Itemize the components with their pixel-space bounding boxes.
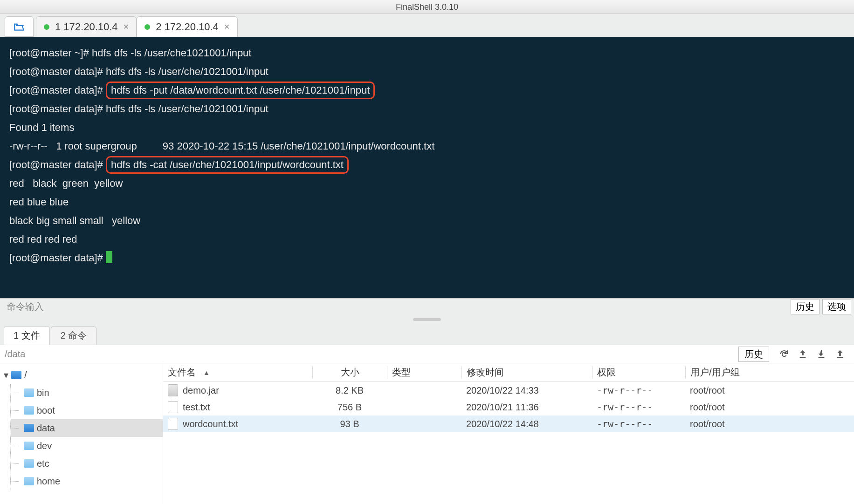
sort-asc-icon: ▲ [203,369,210,376]
options-button[interactable]: 选项 [822,299,851,314]
close-icon[interactable]: × [124,21,129,32]
tab-commands[interactable]: 2 命令 [51,326,97,345]
col-date[interactable]: 修改时间 [461,366,592,379]
file-user: root/root [685,419,854,429]
file-name: demo.jar [183,385,219,396]
close-icon[interactable]: × [224,21,230,32]
split-drag-handle[interactable] [0,315,854,324]
connection-tab-bar: 1 172.20.10.4 × 2 172.20.10.4 × [0,14,854,37]
conn-tab-label: 2 172.20.10.4 [156,21,219,33]
file-name: test.txt [183,402,210,413]
command-input-row: 命令输入 历史 选项 [0,298,854,315]
folder-icon [24,424,34,432]
conn-tab-label: 1 172.20.10.4 [55,21,118,33]
folder-icon [11,371,21,379]
file-size: 756 B [312,402,387,413]
tree-item[interactable]: etc [11,455,163,472]
col-perm[interactable]: 权限 [592,366,685,379]
tree-item[interactable]: data [11,419,163,437]
conn-tab-2[interactable]: 2 172.20.10.4 × [137,16,237,37]
tree-label: / [24,370,27,381]
window-title: FinalShell 3.0.10 [0,0,854,14]
file-perm: -rw-r--r-- [592,385,685,396]
tree-item[interactable]: boot [11,402,163,419]
tree-label: home [37,476,60,487]
file-icon [168,401,178,413]
tree-item[interactable]: dev [11,437,163,455]
status-dot-icon [145,24,150,30]
refresh-icon[interactable] [778,347,791,361]
col-user[interactable]: 用户/用户组 [685,366,854,379]
file-user: root/root [685,402,854,413]
file-row[interactable]: test.txt756 B2020/10/21 11:36-rw-r--r--r… [163,399,854,415]
file-list-header[interactable]: 文件名▲ 大小 类型 修改时间 权限 用户/用户组 [163,363,854,382]
file-row[interactable]: demo.jar8.2 KB2020/10/22 14:33-rw-r--r--… [163,382,854,399]
col-size[interactable]: 大小 [312,366,387,379]
file-icon [168,384,178,396]
file-date: 2020/10/22 14:33 [461,385,592,396]
folder-icon [24,388,34,397]
tree-label: boot [37,405,55,416]
tree-label: bin [37,388,49,398]
tree-label: etc [37,458,49,469]
download-icon[interactable] [815,347,828,361]
bottom-panel-tabs: 1 文件 2 命令 [0,324,854,345]
file-perm: -rw-r--r-- [592,418,685,429]
file-size: 8.2 KB [312,385,387,396]
status-dot-icon [44,24,49,30]
file-date: 2020/10/21 11:36 [461,402,592,413]
tree-label: dev [37,441,52,451]
folder-icon [24,459,34,468]
folder-icon [24,406,34,415]
tree-root[interactable]: ▾ / [0,366,163,384]
folder-icon [24,442,34,450]
file-perm: -rw-r--r-- [592,402,685,413]
path-input[interactable]: /data [5,349,738,360]
tab-files[interactable]: 1 文件 [4,326,50,345]
path-history-button[interactable]: 历史 [738,347,769,362]
folder-open-icon [12,20,26,33]
file-browser: ▾ / binbootdatadevetchome 文件名▲ 大小 类型 修改时… [0,363,854,504]
col-type[interactable]: 类型 [387,366,461,379]
tree-item[interactable]: bin [11,384,163,402]
terminal-output[interactable]: [root@master ~]# hdfs dfs -ls /user/che1… [0,37,854,298]
file-list[interactable]: 文件名▲ 大小 类型 修改时间 权限 用户/用户组 demo.jar8.2 KB… [163,363,854,504]
path-toolbar: /data 历史 [0,345,854,363]
folder-icon [24,477,34,485]
history-button[interactable]: 历史 [791,299,820,314]
upload-up-icon[interactable] [796,347,809,361]
file-date: 2020/10/22 14:48 [461,419,592,429]
open-folder-button[interactable] [5,16,34,37]
file-name: wordcount.txt [183,419,238,429]
col-name[interactable]: 文件名▲ [163,366,312,379]
file-icon [168,418,178,430]
tree-label: data [37,423,55,434]
file-user: root/root [685,385,854,396]
command-input[interactable]: 命令输入 [0,300,791,313]
conn-tab-1[interactable]: 1 172.20.10.4 × [36,16,137,37]
folder-tree[interactable]: ▾ / binbootdatadevetchome [0,363,163,504]
tree-item[interactable]: home [11,472,163,490]
file-row[interactable]: wordcount.txt93 B2020/10/22 14:48-rw-r--… [163,415,854,432]
upload-icon[interactable] [833,347,847,361]
file-size: 93 B [312,419,387,429]
